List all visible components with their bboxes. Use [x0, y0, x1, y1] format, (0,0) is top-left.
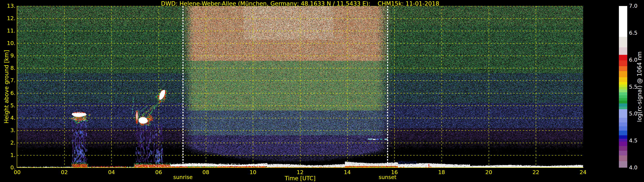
- y-tick-label: 0.: [0, 165, 16, 171]
- heatmap-plot-area: [17, 6, 583, 168]
- colorbar-tick-label: 6.5: [629, 30, 644, 36]
- colorbar-tick-label: 4.0: [629, 165, 644, 171]
- y-tick-label: 2.: [0, 140, 16, 146]
- sunrise-annotation: sunrise: [173, 174, 192, 180]
- y-tick-label: 6.: [0, 90, 16, 96]
- colorbar-tick-label: 4.5: [629, 137, 644, 144]
- x-tick-label: 18: [433, 169, 450, 175]
- y-tick-label: 9.: [0, 53, 16, 59]
- x-tick-label: 20: [480, 169, 498, 175]
- x-tick-label: 12: [292, 169, 309, 175]
- colorbar: [619, 6, 627, 168]
- y-tick-label: 10.: [0, 40, 16, 46]
- x-tick-label: 08: [197, 169, 214, 175]
- colorbar-tick-label: 5.5: [629, 84, 644, 90]
- y-tick-label: 5.: [0, 102, 16, 108]
- x-tick-label: 24: [574, 169, 592, 175]
- y-tick-label: 7.: [0, 78, 16, 84]
- x-tick-label: 06: [150, 169, 167, 175]
- y-tick-label: 1.: [0, 152, 16, 158]
- x-tick-label: 02: [56, 169, 73, 175]
- x-axis-spine: [17, 168, 584, 168]
- colorbar-tick-label: 7.0: [629, 3, 644, 9]
- y-tick-label: 3.: [0, 127, 16, 133]
- y-tick-label: 13.: [0, 3, 16, 9]
- x-tick-label: 22: [527, 169, 544, 175]
- x-axis-label: Time [UTC]: [285, 175, 316, 182]
- x-tick-label: 14: [339, 169, 356, 175]
- y-axis-spine: [17, 6, 17, 168]
- y-tick-label: 12.: [0, 15, 16, 21]
- x-tick-label: 10: [244, 169, 262, 175]
- y-tick-label: 4.: [0, 115, 16, 121]
- colorbar-tick-label: 6.0: [629, 57, 644, 63]
- y-axis-label: Height above ground [km]: [3, 50, 10, 123]
- y-tick-label: 11.: [0, 28, 16, 34]
- colorbar-tick-label: 5.0: [629, 110, 644, 117]
- x-tick-label: 04: [103, 169, 120, 175]
- y-tick-label: 8.: [0, 65, 16, 71]
- ceilometer-quicklook: DWD: Helene-Weber-Allee (München, German…: [0, 0, 644, 182]
- x-tick-label: 16: [386, 169, 403, 175]
